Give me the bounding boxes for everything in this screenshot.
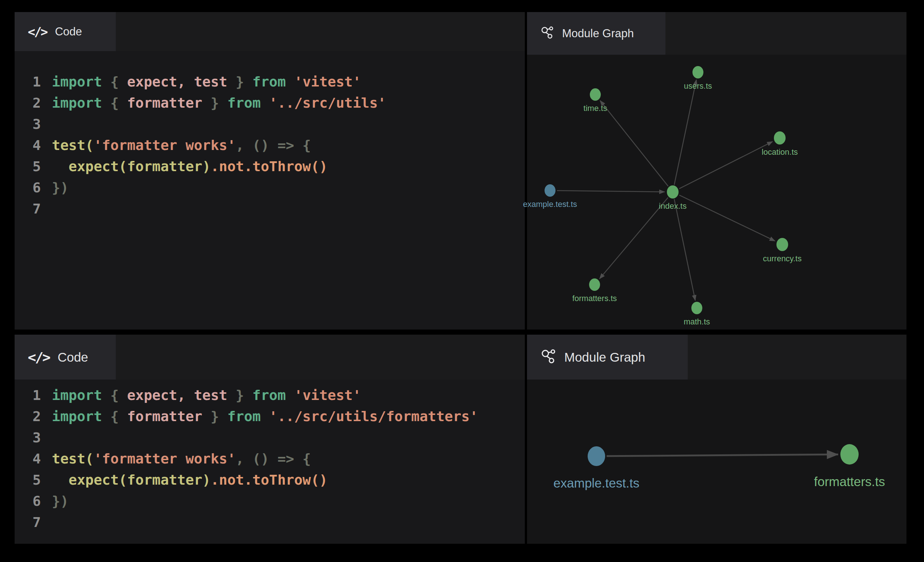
code-token-fn: test( [52, 135, 93, 156]
graph-node-label-users.ts[interactable]: users.ts [684, 81, 712, 91]
graph-node-label-currency.ts[interactable]: currency.ts [763, 254, 802, 263]
code-token-str: 'vitest' [294, 71, 361, 92]
top-graph-header: Module Graph [527, 12, 906, 55]
graph-edge-index.ts-to-location.ts [679, 142, 773, 189]
code-token-kw: from [252, 71, 294, 92]
line-number: 1 [24, 385, 41, 406]
line-number: 2 [24, 406, 41, 427]
graph-edge-index.ts-to-users.ts [674, 80, 696, 185]
code-token-pun: }) [52, 177, 69, 198]
line-number: 7 [24, 198, 41, 219]
line-number: 6 [24, 490, 41, 512]
bottom-code-panel: </> Code 1import { expect, test } from '… [15, 335, 525, 544]
line-number: 4 [24, 448, 41, 469]
code-token-kw: from [227, 92, 269, 114]
tab-code-bottom[interactable]: </> Code [15, 335, 116, 380]
top-code-editor[interactable]: 1import { expect, test } from 'vitest'2i… [15, 63, 525, 330]
graph-node-label-math.ts[interactable]: math.ts [684, 317, 710, 326]
bottom-graph-header: Module Graph [527, 335, 906, 380]
line-number: 2 [24, 92, 41, 114]
code-token-kw: import [52, 406, 102, 427]
top-module-graph[interactable]: index.tsexample.test.tsusers.tstime.tslo… [527, 55, 906, 330]
code-line: 1import { expect, test } from 'vitest' [24, 385, 525, 406]
graph-node-location.ts[interactable] [774, 132, 786, 145]
graph-edge-example.test.ts-to-index.ts [557, 190, 665, 192]
graph-node-label-time.ts[interactable]: time.ts [584, 104, 608, 113]
code-token-str: 'formatter works' [93, 448, 236, 469]
code-token-str: 'formatter works' [93, 135, 236, 156]
code-token-pln [52, 156, 69, 177]
graph-node-label-formatters.ts[interactable]: formatters.ts [572, 294, 617, 303]
code-token-pun: } [202, 406, 228, 427]
bottom-module-graph[interactable]: example.test.tsformatters.ts [527, 380, 906, 544]
tab-module-graph-bottom[interactable]: Module Graph [527, 335, 688, 380]
code-line: 5 expect(formatter).not.toThrow() [24, 156, 525, 177]
code-token-pun: , () => { [236, 135, 311, 156]
code-token-pun: }) [52, 490, 69, 512]
code-line: 2import { formatter } from '../src/utils… [24, 406, 525, 427]
code-line: 7 [24, 198, 525, 219]
line-number: 1 [24, 71, 41, 92]
graph-node-currency.ts[interactable] [777, 238, 788, 251]
code-token-pun: { [102, 71, 127, 92]
code-token-fn: expect(formatter) [69, 156, 211, 177]
tab-code-label: Code [55, 25, 82, 38]
line-number: 3 [24, 114, 41, 135]
graph-node-index.ts[interactable] [667, 185, 679, 199]
graph-node-formatters.ts[interactable] [840, 444, 859, 465]
graph-node-users.ts[interactable] [693, 66, 704, 78]
graph-node-time.ts[interactable] [590, 88, 601, 101]
graph-node-label-index.ts[interactable]: index.ts [659, 202, 687, 211]
code-token-fn: test( [52, 448, 93, 469]
code-line: 2import { formatter } from '../src/utils… [24, 92, 525, 114]
bottom-code-header: </> Code [15, 335, 525, 380]
tab-module-graph-top[interactable]: Module Graph [527, 12, 665, 55]
code-line: 5 expect(formatter).not.toThrow() [24, 469, 525, 490]
graph-node-example.test.ts[interactable] [588, 446, 605, 466]
code-token-pun: { [102, 385, 127, 406]
graph-node-label-formatters.ts[interactable]: formatters.ts [814, 474, 885, 489]
code-token-im: expect, test [127, 71, 228, 92]
code-token-pun: , () => { [236, 448, 311, 469]
top-code-panel: </> Code 1import { expect, test } from '… [15, 12, 525, 330]
tab-code-top[interactable]: </> Code [15, 12, 116, 51]
code-line: 3 [24, 427, 525, 448]
code-token-fn: expect(formatter) [69, 469, 211, 490]
top-code-header: </> Code [15, 12, 525, 51]
tab-module-graph-label: Module Graph [562, 27, 634, 40]
code-token-kw: import [52, 385, 102, 406]
code-line: 4test('formatter works', () => { [24, 135, 525, 156]
code-line: 7 [24, 512, 525, 533]
code-token-pun: { [102, 406, 127, 427]
line-number: 4 [24, 135, 41, 156]
code-line: 1import { expect, test } from 'vitest' [24, 71, 525, 92]
graph-node-example.test.ts[interactable] [544, 184, 555, 197]
graph-node-math.ts[interactable] [692, 302, 702, 314]
code-token-kw: from [227, 406, 269, 427]
tab-code-label: Code [58, 350, 88, 365]
code-icon: </> [28, 24, 47, 39]
graph-node-label-example.test.ts[interactable]: example.test.ts [523, 200, 577, 209]
module-graph-icon [540, 25, 554, 42]
code-token-pln [52, 469, 69, 490]
bottom-code-editor[interactable]: 1import { expect, test } from 'vitest'2i… [15, 380, 525, 544]
top-graph-panel: Module Graph index.tsexample.test.tsuser… [527, 12, 906, 330]
graph-node-label-location.ts[interactable]: location.ts [762, 148, 798, 157]
line-number: 7 [24, 512, 41, 533]
code-token-im: expect, test [127, 385, 228, 406]
line-number: 6 [24, 177, 41, 198]
graph-node-formatters.ts[interactable] [589, 278, 600, 291]
code-token-prop: .not.toThrow() [211, 156, 328, 177]
code-line: 6}) [24, 490, 525, 512]
graph-node-label-example.test.ts[interactable]: example.test.ts [553, 476, 639, 490]
code-token-kw: import [52, 92, 102, 114]
code-token-prop: .not.toThrow() [211, 469, 328, 490]
graph-edge-index.ts-to-time.ts [600, 100, 668, 186]
code-token-pun: { [102, 92, 127, 114]
bottom-graph-panel: Module Graph example.test.tsformatters.t… [527, 335, 906, 544]
line-number: 5 [24, 156, 41, 177]
code-token-kw: from [252, 385, 294, 406]
graph-edge-index.ts-to-formatters.ts [600, 197, 668, 279]
tab-module-graph-label: Module Graph [564, 350, 645, 365]
code-token-str: '../src/utils/formatters' [269, 406, 478, 427]
